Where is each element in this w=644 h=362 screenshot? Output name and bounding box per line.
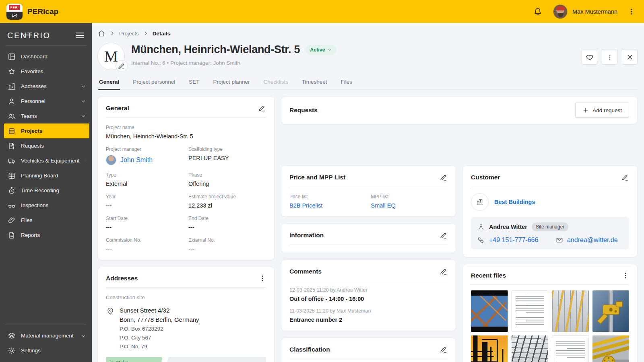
people-icon bbox=[8, 112, 16, 120]
gear-icon bbox=[8, 347, 16, 355]
sidebar-item-requests[interactable]: Requests bbox=[0, 138, 92, 153]
file-thumbnail-scaffolding-grayscale[interactable] bbox=[512, 335, 549, 362]
phase-value: Offering bbox=[188, 181, 266, 187]
contact-email-link[interactable]: andrea@witter.de bbox=[567, 237, 618, 244]
addresses-overflow-button[interactable] bbox=[259, 275, 266, 282]
photo-steel-framework bbox=[471, 290, 508, 332]
close-button[interactable] bbox=[622, 49, 638, 65]
topbar-overflow-button[interactable] bbox=[628, 8, 635, 15]
file-thumbnail-scaffolding-yellow[interactable] bbox=[552, 290, 589, 332]
field-label: Scaffolding type bbox=[188, 146, 266, 152]
mpp-list-link[interactable]: Small EQ bbox=[371, 202, 396, 209]
price-mpp-card-title: Price and MPP List bbox=[289, 174, 345, 181]
map-park-label: ia Orka MOSiR bbox=[109, 359, 129, 362]
edit-avatar-button[interactable] bbox=[116, 60, 128, 72]
sidebar-item-dashboard[interactable]: Dashboard bbox=[0, 49, 92, 64]
field-label: End Date bbox=[188, 216, 266, 221]
project-header: M München, Heinrich-Wieland-Str. 5 Activ… bbox=[97, 43, 638, 70]
sidebar-item-teams[interactable]: Teams bbox=[0, 109, 92, 123]
start-date-value: --- bbox=[106, 224, 184, 230]
field-label: MPP list bbox=[371, 194, 448, 200]
sidebar-item-material-management[interactable]: Material management bbox=[0, 328, 92, 343]
edit-comments-button[interactable] bbox=[440, 267, 448, 276]
user-menu[interactable]: Max Mustermann bbox=[553, 4, 617, 19]
addresses-card: Addresses Construction site Sunset Stree… bbox=[97, 267, 275, 362]
recent-files-overflow-button[interactable] bbox=[622, 272, 629, 279]
edit-information-button[interactable] bbox=[440, 231, 448, 239]
files-grid bbox=[471, 290, 629, 362]
centrio-logo: CENTRIO bbox=[7, 31, 51, 40]
stopwatch-icon bbox=[8, 187, 16, 195]
field-label: Start Date bbox=[106, 216, 184, 221]
sidebar: CENTRIO Dashboard Favorites Addresses Pe… bbox=[0, 23, 92, 362]
sidebar-item-projects[interactable]: Projects bbox=[4, 123, 89, 138]
file-thumbnail-clamp[interactable] bbox=[592, 290, 630, 332]
comment-meta: 12-03-2025 11:20 by Andrea Witter bbox=[289, 287, 448, 293]
report-document-icon bbox=[8, 231, 16, 239]
sidebar-item-settings[interactable]: Settings bbox=[0, 343, 92, 358]
comment-item: 11-03-2025 11:20 by Max Musteman Entranc… bbox=[289, 308, 448, 323]
customer-company-link[interactable]: Best Buildings bbox=[494, 199, 535, 205]
comment-text: Entrance number 2 bbox=[289, 317, 448, 323]
project-manager-link[interactable]: John Smith bbox=[120, 156, 153, 164]
map[interactable]: ia Orka MOSiR ego Ją bbox=[106, 357, 266, 362]
main-content: Projects Details M München, Heinrich-Wie… bbox=[92, 23, 644, 362]
comments-card-title: Comments bbox=[289, 268, 322, 275]
favorite-button[interactable] bbox=[582, 49, 597, 65]
chevron-down-icon bbox=[80, 113, 86, 119]
sidebar-item-files[interactable]: Files bbox=[0, 213, 92, 228]
sidebar-item-personnel[interactable]: Personnel bbox=[0, 94, 92, 109]
chevron-down-icon bbox=[80, 333, 86, 339]
tab-general[interactable]: General bbox=[98, 76, 120, 89]
pencil-icon bbox=[440, 267, 448, 276]
contact-phone-link[interactable]: +49 151-777-666 bbox=[489, 237, 538, 244]
phone-icon bbox=[477, 237, 485, 244]
request-document-icon bbox=[8, 142, 16, 150]
sidebar-item-reports[interactable]: Reports bbox=[0, 228, 92, 243]
status-badge[interactable]: Active bbox=[305, 45, 336, 55]
sidebar-item-vehicles[interactable]: Vechicles & Equipement bbox=[0, 153, 92, 168]
tab-timesheet[interactable]: Timesheet bbox=[301, 76, 328, 89]
sidebar-item-addresses[interactable]: Addresses bbox=[0, 79, 92, 94]
kebab-icon bbox=[622, 272, 629, 279]
pericap-logo: PERI bbox=[6, 4, 23, 20]
topbar: PERI PERIcap Max Mustermann bbox=[0, 0, 644, 23]
home-icon[interactable] bbox=[97, 29, 105, 37]
file-thumbnail-steel-framework[interactable] bbox=[471, 290, 508, 332]
field-label: Estimate project value bbox=[188, 194, 266, 200]
file-thumbnail-document[interactable] bbox=[512, 290, 549, 332]
tab-set[interactable]: SET bbox=[188, 76, 200, 89]
notifications-button[interactable] bbox=[533, 7, 543, 16]
tab-project-planner[interactable]: Project planner bbox=[213, 76, 251, 89]
file-thumbnail-sunset-silhouette[interactable] bbox=[471, 335, 508, 362]
tab-files[interactable]: Files bbox=[340, 76, 353, 89]
chevron-down-icon bbox=[327, 47, 332, 52]
pencil-icon bbox=[440, 231, 448, 239]
address-line2: Bonn, 77778 Berlin, Germany bbox=[120, 315, 199, 324]
sidebar-item-inspections[interactable]: Inspections bbox=[0, 198, 92, 213]
file-thumbnail-document[interactable] bbox=[552, 335, 589, 362]
sidebar-item-favorites[interactable]: Favorites bbox=[0, 64, 92, 79]
user-name: Max Mustermann bbox=[572, 8, 617, 15]
information-card: Information bbox=[281, 223, 456, 253]
sidebar-item-time-recording[interactable]: Time Recording bbox=[0, 183, 92, 198]
price-list-link[interactable]: B2B Pricelist bbox=[289, 202, 322, 209]
building-icon bbox=[8, 82, 16, 90]
location-pin-icon bbox=[106, 306, 115, 315]
star-icon bbox=[8, 68, 16, 76]
breadcrumb-details: Details bbox=[153, 31, 170, 37]
edit-customer-button[interactable] bbox=[621, 173, 629, 181]
edit-classification-button[interactable] bbox=[440, 346, 448, 354]
address-line1: Sunset Street 4/32 bbox=[120, 306, 199, 315]
edit-price-mpp-button[interactable] bbox=[440, 173, 448, 181]
user-avatar bbox=[553, 4, 568, 19]
header-overflow-button[interactable] bbox=[602, 49, 617, 65]
sidebar-item-planning-board[interactable]: Planning Board bbox=[0, 168, 92, 183]
edit-general-button[interactable] bbox=[258, 104, 266, 112]
add-request-button[interactable]: Add request bbox=[575, 103, 629, 118]
tab-project-personnel[interactable]: Project personnel bbox=[132, 76, 176, 89]
manager-avatar bbox=[106, 155, 116, 165]
breadcrumb-projects[interactable]: Projects bbox=[119, 31, 139, 37]
file-thumbnail-yellow-pipes[interactable] bbox=[592, 335, 630, 362]
sidebar-toggle-button[interactable] bbox=[74, 29, 85, 41]
